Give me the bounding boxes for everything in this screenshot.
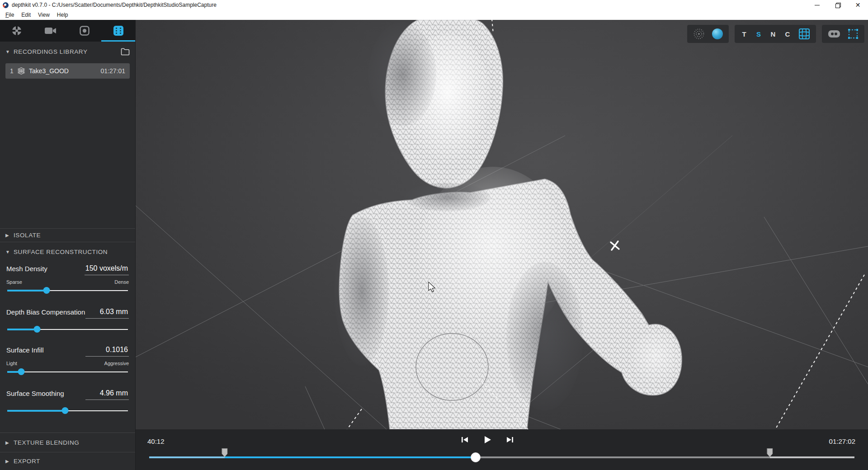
playhead[interactable] xyxy=(471,452,481,462)
surface-reconstruction-title: SURFACE RECONSTRUCTION xyxy=(14,249,108,255)
solid-sphere-icon[interactable] xyxy=(712,28,723,39)
open-folder-icon[interactable] xyxy=(121,48,130,56)
channel-group: T S N C xyxy=(735,25,816,43)
surface-infill-max-label: Aggressive xyxy=(104,361,129,366)
collapsed-arrow-icon: ▶ xyxy=(5,233,10,238)
app-logo-icon xyxy=(3,2,9,8)
mesh-density-value[interactable]: 150 voxels/m xyxy=(85,264,129,275)
in-point-marker[interactable] xyxy=(222,448,227,457)
menu-help[interactable]: Help xyxy=(53,11,72,19)
title-bar: depthkit v0.7.0 - C:/Users/Scatter/Docum… xyxy=(0,0,868,10)
sidebar: ▼ RECORDINGS LIBRARY 1 Take3_GOOD 01:27:… xyxy=(0,20,136,470)
slider-thumb[interactable] xyxy=(62,407,69,414)
mesh-density-control: Mesh Density 150 voxels/m Sparse Dense xyxy=(0,264,135,294)
slider-track xyxy=(7,371,128,372)
extras-group xyxy=(822,25,864,43)
section-isolate[interactable]: ▶ ISOLATE xyxy=(0,228,135,242)
timeline-segment-pre-in xyxy=(149,456,225,458)
point-cloud-sphere-icon[interactable] xyxy=(693,28,705,40)
timeline-segment-post-out xyxy=(770,456,854,458)
menu-bar: File Edit View Help xyxy=(0,10,868,20)
skip-to-start-icon xyxy=(461,436,468,443)
close-icon: ✕ xyxy=(855,1,861,9)
depth-bias-label: Depth Bias Compensation xyxy=(6,308,85,319)
slider-fill xyxy=(7,290,47,291)
slider-thumb[interactable] xyxy=(43,287,50,294)
surface-infill-label: Surface Infill xyxy=(6,346,44,357)
tab-editor[interactable] xyxy=(101,20,135,42)
depth-bias-slider[interactable] xyxy=(6,326,129,333)
slider-fill xyxy=(7,410,66,412)
mesh-density-max-label: Dense xyxy=(114,279,129,285)
wireframe-mesh-icon[interactable] xyxy=(798,28,810,40)
close-button[interactable]: ✕ xyxy=(848,0,868,10)
section-texture-blending[interactable]: ▶ TEXTURE BLENDING xyxy=(0,432,135,452)
minimize-icon xyxy=(815,5,820,5)
slider-thumb[interactable] xyxy=(33,326,40,333)
export-title: EXPORT xyxy=(14,458,40,465)
out-point-marker[interactable] xyxy=(767,448,773,457)
view-mode-group xyxy=(687,25,729,43)
section-surface-reconstruction[interactable]: ▼ SURFACE RECONSTRUCTION xyxy=(0,242,135,262)
surface-infill-control: Surface Infill 0.1016 Light Aggressive xyxy=(0,346,135,376)
texture-blending-title: TEXTURE BLENDING xyxy=(14,439,79,446)
recording-row[interactable]: 1 Take3_GOOD 01:27:01 xyxy=(5,63,130,79)
surface-smoothing-control: Surface Smoothing 4.96 mm xyxy=(0,389,135,414)
play-button[interactable] xyxy=(481,434,493,446)
layers-icon xyxy=(17,67,25,75)
surface-smoothing-slider[interactable] xyxy=(6,407,129,414)
recordings-library-header[interactable]: ▼ RECORDINGS LIBRARY xyxy=(0,42,135,61)
skip-to-end-button[interactable] xyxy=(504,434,516,446)
restore-icon xyxy=(835,3,840,7)
surface-infill-min-label: Light xyxy=(6,361,17,366)
tab-calibration[interactable] xyxy=(0,20,34,42)
x-marker xyxy=(611,241,619,250)
collapse-arrow-icon: ▼ xyxy=(5,49,10,54)
timeline-segment-played xyxy=(225,456,476,458)
tab-record[interactable] xyxy=(68,20,102,42)
recordings-library-title: RECORDINGS LIBRARY xyxy=(14,48,88,55)
surface-infill-slider[interactable] xyxy=(6,368,129,376)
tab-camera[interactable] xyxy=(34,20,68,42)
timeline-segment-remaining xyxy=(476,456,770,458)
channel-normals-button[interactable]: N xyxy=(769,30,777,38)
timeline-scrubber[interactable] xyxy=(149,454,854,461)
expanded-arrow-icon: ▼ xyxy=(5,249,10,254)
skip-to-start-button[interactable] xyxy=(459,434,471,446)
viewport-3d[interactable]: T S N C xyxy=(136,20,868,429)
slider-thumb[interactable] xyxy=(18,368,24,375)
restore-button[interactable] xyxy=(827,0,848,10)
surface-smoothing-value[interactable]: 4.96 mm xyxy=(85,389,129,400)
bounding-box-icon[interactable] xyxy=(848,28,859,39)
menu-view[interactable]: View xyxy=(34,11,53,19)
menu-edit[interactable]: Edit xyxy=(18,11,34,19)
channel-texture-button[interactable]: T xyxy=(741,30,748,38)
depth-bias-value[interactable]: 6.03 mm xyxy=(85,308,129,319)
channel-color-button[interactable]: C xyxy=(784,30,791,38)
channel-surface-button[interactable]: S xyxy=(755,30,762,38)
surface-smoothing-label: Surface Smoothing xyxy=(6,390,64,400)
calibration-sphere-icon xyxy=(11,25,22,36)
window-title: depthkit v0.7.0 - C:/Users/Scatter/Docum… xyxy=(12,2,217,8)
total-time: 01:27:02 xyxy=(829,437,855,445)
collapsed-arrow-icon: ▶ xyxy=(5,459,10,464)
mesh-density-label: Mesh Density xyxy=(6,265,47,275)
active-tab-indicator xyxy=(101,40,135,42)
scene-canvas xyxy=(136,20,868,429)
minimize-button[interactable] xyxy=(807,0,827,10)
menu-file[interactable]: File xyxy=(2,11,18,19)
depth-bias-control: Depth Bias Compensation 6.03 mm xyxy=(0,308,135,333)
skip-to-end-icon xyxy=(506,436,514,443)
collapsed-arrow-icon: ▶ xyxy=(5,440,10,445)
section-export[interactable]: ▶ EXPORT xyxy=(0,452,135,470)
mesh-density-slider[interactable] xyxy=(6,287,129,294)
isolate-title: ISOLATE xyxy=(14,232,41,239)
sidebar-tab-bar xyxy=(0,20,135,42)
transport-controls xyxy=(459,434,516,446)
stereo-capsule-icon[interactable] xyxy=(828,29,840,38)
recording-name: Take3_GOOD xyxy=(29,67,69,75)
current-time: 40:12 xyxy=(147,437,165,445)
surface-infill-value[interactable]: 0.1016 xyxy=(85,346,129,357)
playback-bar: 40:12 01:27:02 xyxy=(136,429,868,470)
recording-index: 1 xyxy=(10,67,17,75)
